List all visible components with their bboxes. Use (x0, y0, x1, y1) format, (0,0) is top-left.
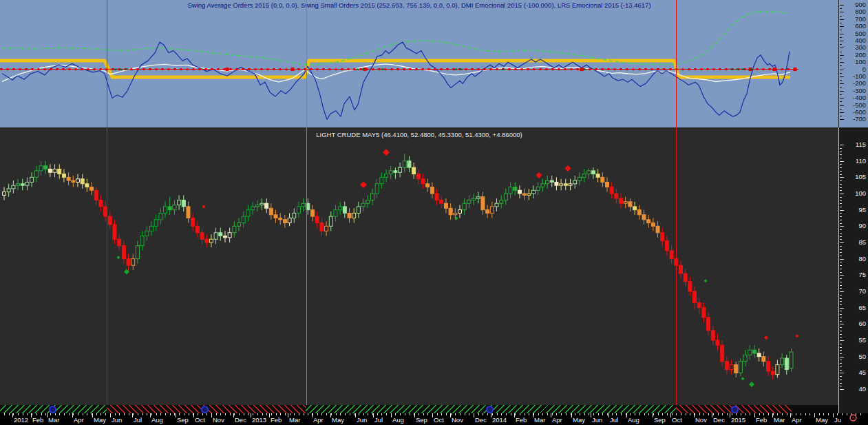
candle-body (665, 241, 668, 251)
candle-body (573, 180, 577, 184)
month-tick (814, 413, 815, 417)
candle-body (131, 259, 135, 265)
zero-line-dot (713, 68, 715, 70)
indicator-plot[interactable] (0, 0, 838, 127)
month-label: Mar (48, 416, 59, 424)
indicator-panel[interactable]: Swing Average Orders 2015 (0.0, 0.0), Sw… (0, 0, 838, 127)
week-tick (253, 413, 253, 415)
axis-tick (840, 59, 842, 59)
week-tick (410, 413, 410, 415)
zero-line-dot (645, 68, 647, 70)
zero-line-green-mark (741, 69, 744, 70)
candle-body (311, 210, 315, 216)
axis-label: 800 (843, 8, 866, 15)
week-tick (377, 413, 378, 415)
week-tick (198, 413, 198, 415)
week-tick (525, 413, 525, 415)
candle-body (320, 223, 324, 231)
week-tick (547, 413, 548, 415)
zero-line-dot (261, 68, 263, 70)
candle-body (366, 200, 370, 203)
candle-body (454, 213, 457, 214)
candle-body (582, 174, 586, 178)
indicator-value-axis[interactable]: 9008007006005004003002001000-100-200-300… (838, 0, 868, 127)
axis-tick (840, 23, 842, 23)
month-tick (193, 413, 194, 417)
zero-line-dot (13, 68, 15, 70)
week-tick (648, 413, 649, 415)
candle-body (48, 169, 52, 172)
week-tick (511, 413, 511, 415)
month-tick (754, 413, 755, 417)
axis-label: 55 (843, 337, 866, 344)
candle-body (522, 194, 526, 195)
candle-body (430, 187, 434, 194)
candle-body (348, 213, 351, 218)
candle-body (21, 184, 24, 185)
month-label: Nov (213, 416, 224, 424)
candle-body (467, 200, 471, 203)
month-tick (72, 413, 73, 417)
candle-body (596, 174, 600, 178)
axis-tick (840, 265, 842, 266)
month-tick (92, 413, 93, 417)
candle-body (269, 208, 273, 214)
candle-body (757, 353, 761, 357)
week-tick (395, 413, 396, 415)
week-tick (520, 413, 520, 415)
week-tick (59, 413, 60, 415)
axis-tick (840, 229, 842, 230)
month-tick (312, 413, 313, 417)
month-label: Mar (534, 416, 545, 424)
week-tick (419, 413, 419, 415)
price-axis[interactable]: 115110105100959085807570656055504540 (838, 127, 868, 413)
month-tick (670, 413, 671, 417)
week-tick (87, 413, 87, 415)
candle-body (122, 246, 125, 259)
week-tick (271, 413, 272, 415)
signal-vline-buy[interactable] (306, 0, 307, 405)
candle-body (62, 174, 65, 178)
candle-body (399, 167, 402, 172)
zero-line-dot (7, 68, 9, 70)
time-axis[interactable]: 2012FebMarAprMayJunJulAugSepOctNovDec201… (0, 413, 868, 425)
month-tick (474, 413, 474, 417)
month-label: Nov (695, 416, 707, 424)
axis-tick (840, 337, 842, 338)
candle-body (771, 371, 774, 375)
week-tick (350, 413, 350, 415)
zero-line-dot (428, 68, 430, 70)
candle-body (752, 350, 756, 353)
week-tick (455, 413, 456, 415)
price-panel[interactable]: LIGHT CRUDE MAY5 (46.4100, 52.4800, 45.3… (0, 127, 838, 405)
candle-body (274, 215, 277, 218)
week-tick (115, 413, 116, 415)
week-tick (96, 413, 97, 415)
candle-body (12, 185, 15, 189)
month-tick (626, 413, 627, 417)
candlestick-plot[interactable] (0, 127, 838, 405)
month-tick (211, 413, 212, 417)
candle-body (140, 236, 144, 246)
zero-line-emphasis-dot (291, 68, 295, 71)
week-tick (405, 413, 405, 415)
zero-line-dot (255, 68, 257, 70)
candle-body (94, 190, 98, 200)
order-marker (201, 406, 209, 413)
month-label: Jun (592, 416, 602, 424)
week-tick (552, 413, 553, 415)
candle-body (486, 210, 489, 214)
week-tick (294, 413, 295, 415)
zero-line-dot (162, 68, 164, 70)
zero-line-dot (137, 68, 139, 70)
candle-body (564, 184, 567, 185)
zero-line-dot (323, 68, 325, 70)
signal-vline-sell[interactable] (107, 0, 107, 405)
candle-body (30, 177, 34, 182)
signal-vline-sell[interactable] (676, 0, 677, 405)
month-label: Jul (134, 416, 142, 424)
order-marker (731, 406, 739, 413)
axis-tick (840, 171, 842, 172)
month-tick (833, 413, 834, 417)
week-tick (653, 413, 654, 415)
